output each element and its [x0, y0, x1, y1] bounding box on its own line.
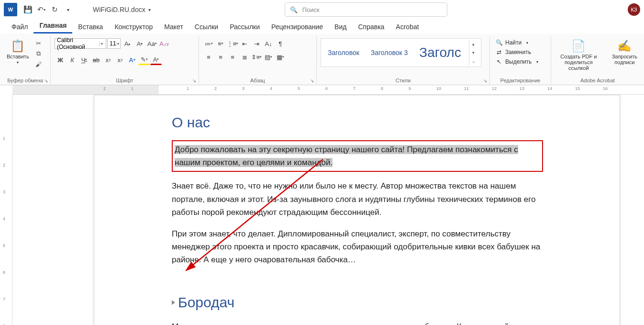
align-center-icon[interactable]: ≡ — [215, 52, 226, 62]
align-right-icon[interactable]: ≡ — [227, 52, 238, 62]
show-marks-icon[interactable]: ¶ — [275, 38, 286, 49]
group-label-editing: Редактирование — [494, 77, 547, 85]
style-heading1[interactable]: Заголовок — [324, 47, 363, 58]
horizontal-ruler[interactable]: 2112345678910111213141516 — [12, 85, 644, 95]
annotation-highlight-box: Добро пожаловать на эту секретную страни… — [172, 140, 543, 172]
body-paragraph[interactable]: Знает всё. Даже то, что не нужно или был… — [172, 179, 543, 219]
body-paragraph[interactable]: При этом знает, что делает. Дипломирован… — [172, 227, 543, 267]
group-label-clipboard: Буфер обмена — [4, 77, 46, 85]
vertical-ruler[interactable]: 123456789 — [0, 95, 12, 325]
replace-icon: ⇄ — [496, 49, 502, 56]
find-button[interactable]: 🔍Найти▾ — [494, 38, 540, 47]
copy-icon[interactable]: ⧉ — [34, 49, 44, 58]
replace-button[interactable]: ⇄Заменить — [494, 48, 540, 56]
gallery-up-icon[interactable]: ▴ — [469, 40, 478, 48]
body-paragraph[interactable]: Мастер на все руки – и сеть настроить, и… — [172, 320, 543, 325]
tab-file[interactable]: Файл — [6, 20, 33, 34]
tab-help[interactable]: Справка — [352, 20, 390, 34]
styles-gallery[interactable]: Заголовок Заголовок 3 Заголс ▴ ▾ ⌄ — [321, 38, 481, 67]
underline-button[interactable]: Ч▾ — [78, 55, 90, 65]
justify-icon[interactable]: ≣ — [239, 52, 250, 62]
selected-text[interactable]: Добро пожаловать на эту секретную страни… — [175, 145, 518, 167]
tab-design[interactable]: Конструктор — [109, 20, 158, 34]
redo-icon[interactable]: ↻ — [49, 4, 60, 15]
shading-icon[interactable]: ▨▾ — [263, 52, 274, 62]
document-title[interactable]: WiFiGiD.RU.docx▾ — [93, 6, 151, 13]
tab-review[interactable]: Рецензирование — [266, 20, 329, 34]
grow-font-icon[interactable]: A▴ — [122, 38, 133, 49]
app-icon: W — [4, 3, 17, 16]
change-case-icon[interactable]: Aa▾ — [146, 38, 158, 49]
tab-view[interactable]: Вид — [329, 20, 352, 34]
text-effects-icon[interactable]: A▾ — [126, 55, 138, 65]
tab-mailings[interactable]: Рассылки — [224, 20, 266, 34]
heading-about[interactable]: О нас — [172, 114, 543, 131]
strike-button[interactable]: ab — [90, 55, 102, 65]
highlight-icon[interactable]: ✎▾ — [138, 55, 150, 65]
style-title-partial[interactable]: Заголс — [415, 43, 465, 62]
save-icon[interactable]: 💾 — [22, 4, 33, 15]
tab-home[interactable]: Главная — [33, 19, 72, 34]
gallery-more-icon[interactable]: ⌄ — [469, 57, 478, 66]
superscript-button[interactable]: x2 — [114, 55, 126, 65]
clear-format-icon[interactable]: Aࠀ — [159, 38, 170, 49]
bold-button[interactable]: Ж — [55, 55, 66, 65]
shrink-font-icon[interactable]: A▾ — [134, 38, 145, 49]
tab-acrobat[interactable]: Acrobat — [390, 20, 424, 34]
numbering-icon[interactable]: ≡▾ — [215, 38, 226, 49]
document-page[interactable]: О нас Добро пожаловать на эту секретную … — [94, 95, 620, 325]
font-name-combo[interactable]: Calibri (Основной▾ — [55, 38, 106, 49]
font-size-combo[interactable]: 11▾ — [107, 38, 121, 49]
user-avatar[interactable]: КЗ — [628, 3, 640, 16]
create-pdf-button[interactable]: 📄 Создать PDF и поделиться ссылкой — [555, 38, 602, 72]
tab-layout[interactable]: Макет — [158, 20, 189, 34]
indent-right-icon[interactable]: ⇥ — [251, 38, 262, 49]
bullets-icon[interactable]: ≔▾ — [203, 38, 214, 49]
search-input[interactable]: 🔍 Поиск — [285, 2, 447, 17]
select-button[interactable]: ↖Выделить▾ — [494, 57, 540, 66]
indent-left-icon[interactable]: ⇤ — [239, 38, 250, 49]
request-sign-button[interactable]: ✍ Запросить подписи — [609, 38, 640, 66]
tab-references[interactable]: Ссылки — [189, 20, 224, 34]
font-launcher[interactable]: ↘ — [191, 77, 198, 84]
multilevel-icon[interactable]: ⋮≡▾ — [227, 38, 238, 49]
format-painter-icon[interactable]: 🖌 — [34, 59, 44, 69]
group-label-styles: Стили — [321, 77, 486, 85]
subscript-button[interactable]: x2 — [102, 55, 114, 65]
clipboard-launcher[interactable]: ↘ — [43, 77, 49, 84]
select-icon: ↖ — [496, 58, 502, 65]
align-left-icon[interactable]: ≡ — [203, 52, 214, 62]
paragraph-launcher[interactable]: ↘ — [309, 77, 315, 84]
search-icon: 🔍 — [290, 6, 298, 13]
group-label-font: Шрифт — [55, 77, 195, 85]
group-label-acrobat: Adobe Acrobat — [555, 77, 640, 85]
collapse-triangle-icon[interactable] — [172, 300, 175, 305]
heading-borodach[interactable]: Бородач — [172, 294, 543, 311]
undo-icon[interactable]: ↶▾ — [35, 4, 47, 15]
qat-more-icon[interactable]: ▾ — [62, 4, 74, 15]
sign-icon: ✍ — [617, 39, 632, 53]
group-label-paragraph: Абзац — [203, 77, 312, 85]
tab-insert[interactable]: Вставка — [72, 20, 109, 34]
font-color-icon[interactable]: A▾ — [150, 55, 162, 65]
clipboard-icon: 📋 — [11, 39, 25, 53]
sort-icon[interactable]: A↓ — [263, 38, 274, 49]
style-heading3[interactable]: Заголовок 3 — [367, 47, 412, 58]
find-icon: 🔍 — [496, 39, 502, 46]
paste-button[interactable]: 📋 Вставить ▾ — [4, 38, 32, 66]
borders-icon[interactable]: ▦▾ — [275, 52, 286, 62]
line-spacing-icon[interactable]: ⇕≡▾ — [251, 52, 262, 62]
italic-button[interactable]: К — [67, 55, 78, 65]
pdf-icon: 📄 — [571, 39, 586, 53]
styles-launcher[interactable]: ↘ — [482, 77, 489, 84]
gallery-down-icon[interactable]: ▾ — [469, 48, 478, 57]
cut-icon[interactable]: ✂ — [34, 38, 44, 48]
chevron-down-icon: ▾ — [148, 7, 151, 12]
